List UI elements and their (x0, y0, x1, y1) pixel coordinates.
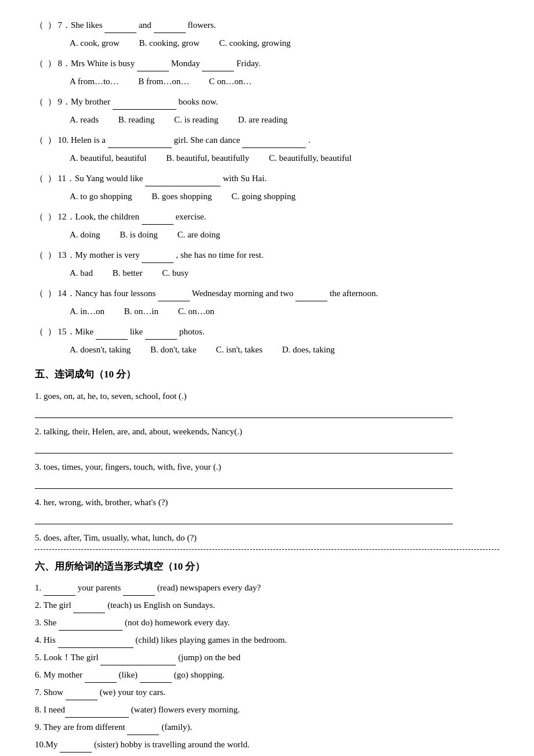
question-10: （ ） 10. Helen is a girl. She can dance . (35, 132, 499, 148)
s6-item-3: 3. She (not do) homework every day. (35, 615, 499, 631)
q8-optB[interactable]: B from…on… (138, 74, 189, 89)
q14-optB[interactable]: B. on…in (124, 304, 158, 319)
q15-optA[interactable]: A. doesn't, taking (70, 342, 131, 358)
question-9: （ ） 9．My brother books now. (35, 94, 499, 110)
q9-optD[interactable]: D. are reading (238, 112, 287, 128)
question-15: （ ） 15．Mike like photos. (35, 324, 499, 340)
s6-item-5: 5. Look！The girl (jump) on the bed (35, 650, 499, 665)
q12-optC[interactable]: C. are doing (177, 227, 220, 243)
q12-blank1[interactable] (142, 215, 174, 225)
question-12: （ ） 12．Look, the children exercise. (35, 209, 499, 225)
q15-optB[interactable]: B. don't, take (150, 342, 196, 358)
q14-blank1[interactable] (158, 292, 190, 301)
q8-options: A from…to… B from…on… C on…on… (70, 74, 499, 89)
q13-optA[interactable]: A. bad (70, 265, 93, 281)
question-11: （ ） 11．Su Yang would like with Su Hai. (35, 171, 499, 186)
s5-item-3: 3. toes, times, your, fingers, touch, wi… (35, 459, 499, 475)
q10-optA[interactable]: A. beautiful, beautiful (70, 150, 146, 166)
s6-item-9: 9. They are from different (family). (35, 719, 499, 735)
q13-blank1[interactable] (142, 254, 174, 263)
q15-blank1[interactable] (96, 330, 128, 340)
q9-optB[interactable]: B. reading (118, 112, 154, 128)
q7-blank1[interactable] (104, 24, 136, 33)
q7-optB[interactable]: B. cooking, grow (139, 35, 200, 51)
q14-optA[interactable]: A. in…on (70, 304, 104, 319)
s6-item-4: 4. His (child) likes playing games in th… (35, 632, 499, 648)
q11-blank1[interactable] (145, 177, 221, 186)
q12-options: A. doing B. is doing C. are doing (70, 227, 499, 243)
q14-blank2[interactable] (295, 292, 327, 301)
q9-optC[interactable]: C. is reading (174, 112, 218, 128)
q9-options: A. reads B. reading C. is reading D. are… (70, 112, 499, 128)
question-7: （ ） 7．She likes and flowers. (35, 17, 499, 33)
q10-optC[interactable]: C. beautifully, beautiful (269, 150, 351, 166)
paren-7: （ (35, 17, 45, 33)
q8-blank1[interactable] (137, 62, 169, 71)
q15-optD[interactable]: D. does, taking (282, 342, 335, 358)
s5-item-1: 1. goes, on, at, he, to, seven, school, … (35, 388, 499, 404)
q13-optC[interactable]: C. busy (162, 265, 189, 281)
s5-item-4: 4. her, wrong, with, brother, what's (?) (35, 495, 499, 510)
question-13: （ ） 13．My mother is very , she has no ti… (35, 247, 499, 263)
s5-answer-4[interactable] (35, 512, 453, 524)
q11-optB[interactable]: B. goes shopping (151, 189, 212, 204)
q11-optC[interactable]: C. going shopping (232, 189, 295, 204)
q13-optB[interactable]: B. better (113, 265, 143, 281)
q8-optA[interactable]: A from…to… (70, 74, 119, 89)
q10-optB[interactable]: B. beautiful, beautifully (166, 150, 249, 166)
s6-item-10: 10.My (sister) hobby is travelling aroun… (35, 737, 499, 753)
q15-options: A. doesn't, taking B. don't, take C. isn… (70, 342, 499, 358)
s5-answer-3[interactable] (35, 476, 453, 489)
q7-optA[interactable]: A. cook, grow (70, 35, 120, 51)
q13-options: A. bad B. better C. busy (70, 265, 499, 281)
s6-item-1: 1. your parents (read) newspapers every … (35, 580, 499, 596)
s6-item-8: 8. I need (water) flowers every morning. (35, 702, 499, 718)
q8-optC[interactable]: C on…on… (209, 74, 252, 89)
q7-options: A. cook, grow B. cooking, grow C. cookin… (70, 35, 499, 51)
q7-text: 7．She likes (58, 20, 105, 30)
q15-blank2[interactable] (145, 330, 177, 340)
s5-item-2: 2. talking, their, Helen, are, and, abou… (35, 424, 499, 440)
s6-item-2: 2. The girl (teach) us English on Sunday… (35, 597, 499, 613)
s6-item-6: 6. My mother (like) (go) shopping. (35, 667, 499, 683)
q14-optC[interactable]: C. on…on (178, 304, 215, 319)
q12-optA[interactable]: A. doing (70, 227, 100, 243)
q12-optB[interactable]: B. is doing (120, 227, 157, 243)
q10-blank2[interactable] (242, 139, 306, 148)
s5-answer-2[interactable] (35, 441, 453, 453)
s5-item-5: 5. does, after, Tim, usually, what, lunc… (35, 530, 499, 546)
q11-options: A. to go shopping B. goes shopping C. go… (70, 189, 499, 204)
q11-optA[interactable]: A. to go shopping (70, 189, 132, 204)
question-14: （ ） 14．Nancy has four lessons Wednesday … (35, 286, 499, 301)
q9-blank1[interactable] (113, 100, 176, 110)
s5-dashed-line (35, 549, 499, 550)
q8-blank2[interactable] (202, 62, 234, 71)
q14-options: A. in…on B. on…in C. on…on (70, 304, 499, 319)
s6-item-7: 7. Show (we) your toy cars. (35, 685, 499, 700)
q7-blank2[interactable] (154, 24, 186, 33)
section6-title: 六、用所给词的适当形式填空（10 分） (35, 558, 499, 576)
q15-optC[interactable]: C. isn't, takes (216, 342, 262, 358)
q7-optC[interactable]: C. cooking, growing (219, 35, 291, 51)
q10-blank1[interactable] (108, 139, 172, 148)
s5-answer-1[interactable] (35, 405, 453, 418)
question-8: （ ） 8．Mrs White is busy Monday Friday. (35, 56, 499, 71)
q10-options: A. beautiful, beautiful B. beautiful, be… (70, 150, 499, 166)
section5-title: 五、连词成句（10 分） (35, 366, 499, 384)
q9-optA[interactable]: A. reads (70, 112, 99, 128)
